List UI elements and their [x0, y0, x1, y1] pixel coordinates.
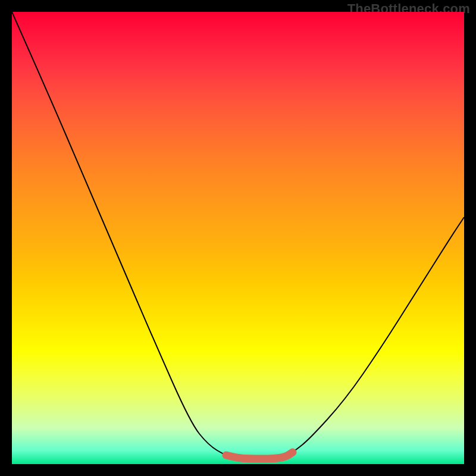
plot-area — [12, 12, 464, 464]
chart-frame: TheBottleneck.com — [0, 0, 476, 476]
chart-svg — [12, 12, 464, 464]
bottleneck-curve — [12, 12, 464, 459]
trough-highlight — [226, 452, 293, 459]
